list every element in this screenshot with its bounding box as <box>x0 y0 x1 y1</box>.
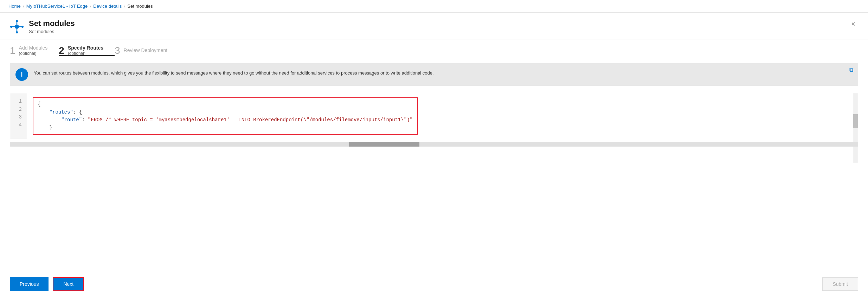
info-banner-text: You can set routes between modules, whic… <box>34 68 853 77</box>
code-line-1: { <box>38 100 413 108</box>
step-3-text: Review Deployment <box>124 47 168 53</box>
svg-point-8 <box>10 26 12 28</box>
close-button[interactable]: × <box>848 19 858 29</box>
footer-left: Previous Next <box>10 277 84 291</box>
steps-bar: 1 Add Modules (optional) 2 Specify Route… <box>0 39 868 56</box>
step-2-label: Specify Routes <box>68 45 103 51</box>
info-icon: i <box>15 68 28 81</box>
breadcrumb-sep-1: › <box>23 4 24 9</box>
panel-header: Set modules Set modules × <box>0 13 868 39</box>
step-3[interactable]: 3 Review Deployment <box>115 39 179 56</box>
panel-title-block: Set modules Set modules <box>29 19 75 34</box>
step-2-text: Specify Routes (optional) <box>68 45 103 56</box>
breadcrumb-hub[interactable]: MyIoTHubService1 - IoT Edge <box>26 4 88 9</box>
svg-point-1 <box>15 25 19 29</box>
line-num-2: 2 <box>15 105 22 113</box>
code-editor[interactable]: 1 2 3 4 { "routes": { "route": "FROM /* … <box>10 93 858 139</box>
step-1-number: 1 <box>10 46 15 56</box>
svg-point-9 <box>21 26 24 28</box>
code-line-4: } <box>38 124 413 131</box>
hscroll-thumb[interactable] <box>349 142 419 147</box>
step-3-label: Review Deployment <box>124 47 168 53</box>
line-num-3: 3 <box>15 113 22 121</box>
code-selected-block[interactable]: { "routes": { "route": "FROM /* WHERE to… <box>33 97 418 135</box>
breadcrumb-home[interactable]: Home <box>8 4 21 9</box>
svg-point-6 <box>16 20 18 22</box>
scrollbar-thumb[interactable] <box>853 114 858 128</box>
step-3-number: 3 <box>115 46 120 56</box>
step-2-number: 2 <box>59 46 64 56</box>
step-1-text: Add Modules (optional) <box>19 45 48 56</box>
line-num-4: 4 <box>15 121 22 129</box>
step-2[interactable]: 2 Specify Routes (optional) <box>59 39 115 56</box>
breadcrumb-device[interactable]: Device details <box>93 4 122 9</box>
vertical-scrollbar[interactable] <box>853 93 858 163</box>
footer: Previous Next Submit <box>0 272 868 296</box>
info-banner: i You can set routes between modules, wh… <box>10 63 858 86</box>
previous-button[interactable]: Previous <box>10 277 49 291</box>
breadcrumb: Home › MyIoTHubService1 - IoT Edge › Dev… <box>0 0 868 13</box>
step-1-sublabel: (optional) <box>19 51 48 56</box>
azure-iot-icon <box>10 20 24 34</box>
svg-point-7 <box>16 31 18 33</box>
code-editor-wrapper: 1 2 3 4 { "routes": { "route": "FROM /* … <box>10 93 858 163</box>
code-content[interactable]: { "routes": { "route": "FROM /* WHERE to… <box>27 93 858 139</box>
submit-button: Submit <box>822 277 858 291</box>
line-numbers: 1 2 3 4 <box>10 93 27 139</box>
step-2-sublabel: (optional) <box>68 51 103 56</box>
panel-subtitle: Set modules <box>29 29 75 34</box>
content-area: i You can set routes between modules, wh… <box>0 56 868 170</box>
line-num-1: 1 <box>15 97 22 105</box>
breadcrumb-sep-3: › <box>124 4 125 9</box>
breadcrumb-current: Set modules <box>127 4 153 9</box>
panel-header-left: Set modules Set modules <box>10 19 75 34</box>
breadcrumb-sep-2: › <box>90 4 91 9</box>
code-line-2: "routes": { <box>38 108 413 116</box>
code-line-3: "route": "FROM /* WHERE topic = 'myasesm… <box>38 116 413 124</box>
horizontal-scrollbar[interactable] <box>10 142 858 147</box>
next-button[interactable]: Next <box>53 277 84 291</box>
step-1-label: Add Modules <box>19 45 48 51</box>
set-modules-panel: Set modules Set modules × 1 Add Modules … <box>0 13 868 287</box>
step-1[interactable]: 1 Add Modules (optional) <box>10 39 59 56</box>
panel-title: Set modules <box>29 19 75 28</box>
external-link-icon[interactable]: ⧉ <box>849 67 853 73</box>
